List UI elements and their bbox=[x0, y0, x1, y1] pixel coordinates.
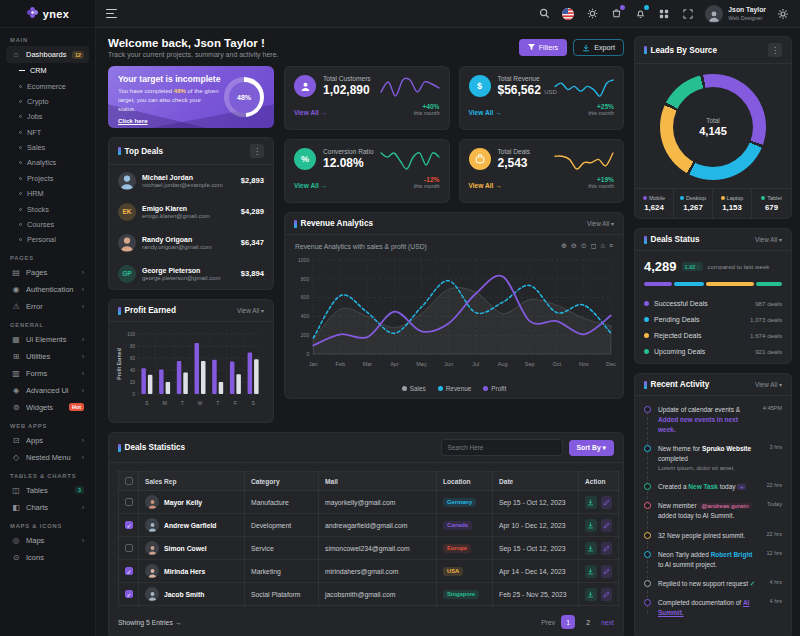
sidebar-item-courses[interactable]: Courses bbox=[6, 217, 89, 232]
menu-toggle-icon[interactable] bbox=[106, 9, 117, 19]
column-header[interactable]: Mail bbox=[319, 472, 437, 491]
view-all-dropdown[interactable]: View All bbox=[237, 307, 264, 314]
row-checkbox[interactable] bbox=[125, 544, 133, 552]
legend-profit[interactable]: Profit bbox=[483, 385, 506, 392]
sidebar-item-maps[interactable]: ◎Maps› bbox=[6, 532, 89, 549]
sidebar-item-jobs[interactable]: Jobs bbox=[6, 109, 89, 124]
settings-gear-icon[interactable] bbox=[776, 7, 790, 21]
edit-action-button[interactable] bbox=[601, 496, 613, 509]
column-header[interactable]: Sales Rep bbox=[139, 472, 245, 491]
sidebar-item-pages[interactable]: ▤Pages› bbox=[6, 264, 89, 281]
view-all-link[interactable]: View All bbox=[294, 182, 327, 189]
download-action-button[interactable] bbox=[585, 519, 597, 532]
cart-icon[interactable] bbox=[609, 7, 623, 21]
activity-link[interactable]: New Task bbox=[688, 483, 718, 490]
sidebar-item-error[interactable]: ⚠Error› bbox=[6, 298, 89, 315]
sidebar-item-apps[interactable]: ⊡Apps› bbox=[6, 432, 89, 449]
deal-row[interactable]: Randy Origoanrandy.origoan@gmail.com $6,… bbox=[109, 227, 273, 258]
row-checkbox[interactable] bbox=[125, 521, 133, 529]
selection-zoom-icon[interactable]: ⊙ bbox=[581, 242, 587, 250]
avatar bbox=[145, 495, 159, 509]
edit-action-button[interactable] bbox=[601, 542, 613, 555]
sidebar-item-nested-menu[interactable]: ◇Nested Menu› bbox=[6, 449, 89, 466]
sidebar-item-analytics[interactable]: Analytics bbox=[6, 155, 89, 170]
notifications-bell-icon[interactable] bbox=[633, 7, 647, 21]
member-tag[interactable]: @andreas gurwin bbox=[698, 503, 751, 509]
zoom-in-icon[interactable]: ⊕ bbox=[561, 242, 567, 250]
sidebar-item-nft[interactable]: NFT bbox=[6, 125, 89, 140]
more-options-icon[interactable]: ⋮ bbox=[768, 43, 782, 57]
download-action-button[interactable] bbox=[585, 588, 597, 601]
reset-home-icon[interactable]: ⌂ bbox=[601, 242, 605, 250]
zoom-out-icon[interactable]: ⊖ bbox=[571, 242, 577, 250]
sidebar-item-hrm[interactable]: HRM bbox=[6, 186, 89, 201]
view-all-dropdown[interactable]: View All bbox=[587, 220, 614, 227]
sidebar-item-sales[interactable]: Sales bbox=[6, 140, 89, 155]
tables-count-badge: 3 bbox=[75, 486, 84, 494]
activity-link[interactable]: Added new events in next week. bbox=[658, 416, 738, 433]
chart-menu-icon[interactable]: ≡ bbox=[609, 242, 613, 250]
deal-row[interactable]: EK Emigo Klarenemigo.klaren@gmail.com $4… bbox=[109, 196, 273, 227]
column-header[interactable]: Location bbox=[437, 472, 493, 491]
legend-revenue[interactable]: Revenue bbox=[438, 385, 472, 392]
target-click-here-link[interactable]: Click here bbox=[118, 117, 148, 124]
sidebar-item-tables[interactable]: ◫Tables3 bbox=[6, 482, 89, 499]
download-action-button[interactable] bbox=[585, 542, 597, 555]
sidebar-item-projects[interactable]: Projects bbox=[6, 171, 89, 186]
view-all-dropdown[interactable]: View All bbox=[755, 236, 782, 243]
sidebar-item-crm[interactable]: CRM bbox=[6, 63, 89, 78]
sidebar-item-dashboards[interactable]: ⌂ Dashboards 12 bbox=[6, 46, 89, 63]
more-options-icon[interactable]: ⋮ bbox=[250, 144, 264, 158]
theme-toggle-icon[interactable] bbox=[585, 7, 599, 21]
pan-icon[interactable]: ◻ bbox=[591, 242, 597, 250]
download-action-button[interactable] bbox=[585, 496, 597, 509]
apps-grid-icon[interactable] bbox=[657, 7, 671, 21]
edit-action-button[interactable] bbox=[601, 565, 613, 578]
sidebar-item-widgets[interactable]: ⊚WidgetsHot bbox=[6, 399, 89, 416]
export-button[interactable]: Export bbox=[573, 39, 624, 56]
edit-action-button[interactable] bbox=[601, 519, 613, 532]
sidebar-item-icons[interactable]: ⊙Icons bbox=[6, 549, 89, 566]
deal-row[interactable]: Michael Jordanmichael.jordan@example.com… bbox=[109, 165, 273, 196]
logo[interactable]: ynex bbox=[0, 0, 95, 28]
sort-by-button[interactable]: Sort By bbox=[569, 440, 614, 456]
language-flag-icon[interactable] bbox=[561, 7, 575, 21]
column-header[interactable]: Action bbox=[579, 472, 619, 491]
sidebar-item-stocks[interactable]: Stocks bbox=[6, 201, 89, 216]
sidebar-item-personal[interactable]: Personal bbox=[6, 232, 89, 247]
edit-action-button[interactable] bbox=[601, 588, 613, 601]
filters-button[interactable]: Filters bbox=[519, 39, 568, 56]
sidebar-item-ecommerce[interactable]: Ecommerce bbox=[6, 78, 89, 93]
download-action-button[interactable] bbox=[585, 565, 597, 578]
svg-text:600: 600 bbox=[301, 294, 310, 300]
view-all-dropdown[interactable]: View All bbox=[755, 381, 782, 388]
legend-sales[interactable]: Sales bbox=[402, 385, 426, 392]
prev-page-button[interactable]: Prev bbox=[541, 619, 555, 626]
view-all-link[interactable]: View All bbox=[294, 109, 327, 116]
column-header[interactable]: Category bbox=[245, 472, 319, 491]
row-checkbox[interactable] bbox=[125, 590, 133, 598]
sidebar-item-charts[interactable]: ◧Charts› bbox=[6, 499, 89, 516]
row-checkbox[interactable] bbox=[125, 567, 133, 575]
fullscreen-icon[interactable] bbox=[681, 7, 695, 21]
view-all-link[interactable]: View All bbox=[469, 109, 502, 116]
user-menu[interactable]: Json Taylor Web Designer bbox=[705, 5, 766, 23]
next-page-button[interactable]: next bbox=[601, 619, 614, 626]
activity-link[interactable]: Robert Bright bbox=[711, 551, 753, 558]
select-all-checkbox[interactable] bbox=[125, 477, 133, 485]
view-all-link[interactable]: View All bbox=[469, 182, 502, 189]
sidebar-item-advanced-ui[interactable]: ◈Advanced Ui› bbox=[6, 382, 89, 399]
sidebar-item-utilities[interactable]: ⊞Utilities› bbox=[6, 348, 89, 365]
delta-value: +25% bbox=[588, 103, 614, 110]
row-checkbox[interactable] bbox=[125, 498, 133, 506]
sidebar-item-crypto[interactable]: Crypto bbox=[6, 94, 89, 109]
page-1-button[interactable]: 1 bbox=[561, 615, 575, 629]
sidebar-item-ui-elements[interactable]: ▦Ui Elements› bbox=[6, 331, 89, 348]
column-header[interactable]: Date bbox=[493, 472, 579, 491]
search-icon[interactable] bbox=[537, 7, 551, 21]
sidebar-item-forms[interactable]: ▥Forms› bbox=[6, 365, 89, 382]
page-2-button[interactable]: 2 bbox=[581, 615, 595, 629]
deal-row[interactable]: GP George Pietersongeorge.pieterson@gmai… bbox=[109, 258, 273, 289]
search-input[interactable] bbox=[441, 439, 563, 456]
sidebar-item-authentication[interactable]: ◉Authentication› bbox=[6, 281, 89, 298]
